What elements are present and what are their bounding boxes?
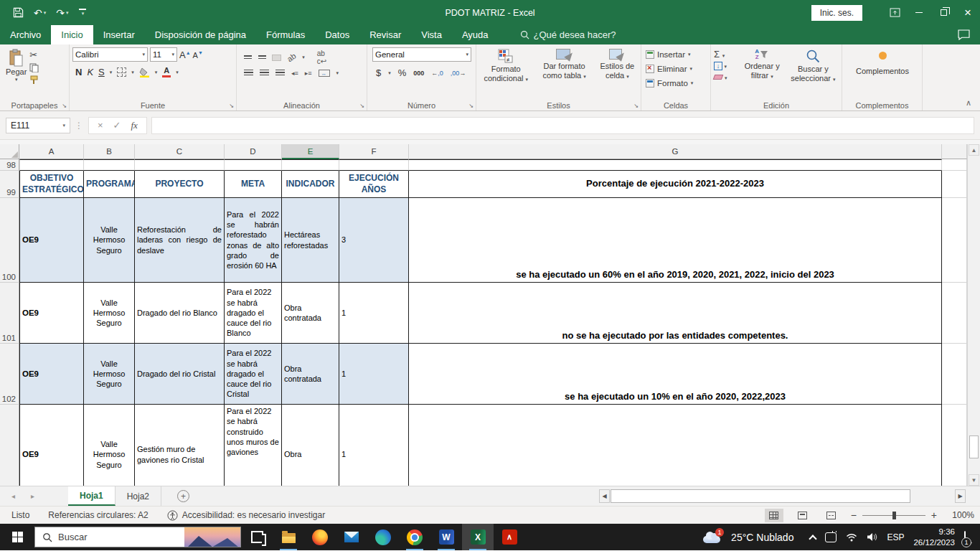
column-header-overflow[interactable]	[942, 144, 967, 159]
row-header-101[interactable]: 101	[0, 283, 19, 344]
sign-in-button[interactable]: Inic. ses.	[811, 5, 862, 21]
column-header-A[interactable]: A	[19, 144, 84, 159]
tab-disposicion[interactable]: Disposición de página	[145, 25, 256, 44]
cell-E100[interactable]: Hectáreas reforestadas	[282, 198, 339, 283]
minimize-button[interactable]	[907, 0, 931, 25]
clear-icon[interactable]: ▾	[714, 72, 738, 81]
collapse-ribbon-icon[interactable]: ∧	[966, 98, 971, 108]
font-name-select[interactable]: Calibri▾	[72, 47, 148, 62]
chrome-button[interactable]	[399, 524, 430, 550]
scroll-down-icon[interactable]: ▼	[969, 474, 979, 486]
row-header-99[interactable]: 99	[0, 171, 19, 198]
decrease-decimal-icon[interactable]: ,00→	[451, 70, 466, 77]
row-header-98[interactable]: 98	[0, 159, 19, 171]
edge-button[interactable]	[367, 524, 399, 550]
save-icon[interactable]	[13, 7, 24, 18]
comments-icon[interactable]	[958, 25, 970, 44]
merge-caret[interactable]: ▾	[336, 70, 339, 76]
zoom-percentage[interactable]: 100%	[947, 510, 974, 520]
cell-C102[interactable]: Dragado del rio Cristal	[135, 344, 225, 405]
tab-formulas[interactable]: Fórmulas	[256, 25, 315, 44]
align-middle-icon[interactable]	[258, 55, 266, 60]
cell-C98[interactable]	[135, 159, 225, 171]
vertical-scroll-thumb[interactable]	[969, 435, 979, 458]
alignment-dialog-launcher[interactable]: ↘	[359, 103, 364, 109]
fill-color-icon[interactable]	[139, 67, 150, 77]
cell-overflow-103[interactable]	[942, 405, 967, 486]
normal-view-button[interactable]	[765, 509, 783, 522]
cell-A100[interactable]: OE9	[19, 198, 84, 283]
cell-D98[interactable]	[225, 159, 282, 171]
autosum-icon[interactable]: Σ ▾	[714, 49, 738, 60]
horizontal-scrollbar[interactable]: ◀ ▶	[599, 489, 966, 503]
align-center-icon[interactable]	[260, 70, 269, 77]
merge-center-icon[interactable]: ↔	[319, 70, 330, 77]
new-sheet-button[interactable]: +	[177, 490, 189, 502]
underline-button[interactable]: S	[98, 67, 105, 77]
excel-button[interactable]: X	[462, 524, 494, 550]
currency-icon[interactable]: $	[376, 67, 381, 78]
cell-A99[interactable]: OBJETIVO ESTRATÉGICO	[19, 171, 84, 198]
notification-center-button[interactable]: 1	[964, 532, 966, 542]
borders-caret[interactable]: ▾	[131, 70, 134, 75]
column-header-D[interactable]: D	[225, 144, 282, 159]
restore-button[interactable]	[931, 0, 956, 25]
format-painter-icon[interactable]	[29, 75, 39, 85]
column-header-C[interactable]: C	[135, 144, 225, 159]
cell-D102[interactable]: Para el 2022 se habrá dragado el cauce d…	[225, 344, 282, 405]
align-top-icon[interactable]	[244, 55, 252, 60]
cell-F102[interactable]: 1	[339, 344, 409, 405]
thousands-icon[interactable]: 000	[413, 70, 424, 77]
tab-archivo[interactable]: Archivo	[0, 25, 51, 44]
font-dialog-launcher[interactable]: ↘	[229, 103, 234, 109]
wifi-icon[interactable]	[846, 532, 857, 542]
tab-datos[interactable]: Datos	[315, 25, 359, 44]
cell-B100[interactable]: Valle Hermoso Seguro	[84, 198, 135, 283]
cell-E102[interactable]: Obra contratada	[282, 344, 339, 405]
vertical-scrollbar[interactable]: ▲ ▼	[967, 144, 980, 486]
cell-A102[interactable]: OE9	[19, 344, 84, 405]
cut-icon[interactable]: ✂	[29, 50, 39, 60]
horizontal-scroll-thumb[interactable]	[611, 489, 910, 503]
weather-label[interactable]: 25°C Nublado	[731, 532, 793, 543]
italic-button[interactable]: K	[87, 67, 93, 77]
currency-caret[interactable]: ▾	[388, 70, 391, 76]
scroll-left-icon[interactable]: ◀	[599, 489, 610, 503]
font-color-caret[interactable]: ▾	[176, 70, 179, 75]
row-header-100[interactable]: 100	[0, 198, 19, 283]
row-header-102[interactable]: 102	[0, 344, 19, 405]
customize-qat-button[interactable]: ▾	[79, 9, 86, 17]
cell-E99[interactable]: INDICADOR	[282, 171, 339, 198]
cell-F99[interactable]: EJECUCIÓN AÑOS	[339, 171, 409, 198]
file-explorer-button[interactable]	[273, 524, 304, 550]
cell-B98[interactable]	[84, 159, 135, 171]
format-as-table-button[interactable]: Dar formato como tabla ▾	[536, 47, 593, 99]
insert-function-icon[interactable]: fx	[131, 120, 138, 131]
cell-B103[interactable]: Valle Hermoso Seguro	[84, 405, 135, 486]
cell-D100[interactable]: Para el 2022 se habrán reforestado zonas…	[225, 198, 282, 283]
cell-C99[interactable]: PROYECTO	[135, 171, 225, 198]
fill-color-caret[interactable]: ▾	[155, 70, 158, 75]
decrease-font-icon[interactable]: A▼	[193, 50, 203, 60]
tab-inicio[interactable]: Inicio	[51, 25, 93, 44]
word-button[interactable]: W	[430, 524, 462, 550]
row-header-103[interactable]: 103	[0, 405, 19, 486]
scroll-right-icon[interactable]: ▶	[955, 489, 966, 503]
task-view-button[interactable]	[241, 524, 273, 550]
circular-references[interactable]: Referencias circulares: A2	[48, 510, 148, 520]
percent-icon[interactable]: %	[398, 67, 407, 78]
cell-G102[interactable]: se ha ejecutado un 10% en el año 2020, 2…	[409, 344, 942, 405]
tab-vista[interactable]: Vista	[411, 25, 452, 44]
close-button[interactable]: ×	[956, 0, 980, 25]
wrap-text-icon[interactable]: abc↩	[317, 50, 326, 65]
cell-overflow-101[interactable]	[942, 283, 967, 344]
column-header-F[interactable]: F	[339, 144, 409, 159]
cell-D99[interactable]: META	[225, 171, 282, 198]
addins-button[interactable]: Complementos	[845, 50, 920, 77]
page-layout-view-button[interactable]	[793, 509, 812, 522]
tray-expand-icon[interactable]	[809, 534, 817, 542]
next-sheet-icon[interactable]: ▸	[31, 492, 34, 500]
select-all-corner[interactable]	[0, 144, 19, 159]
tell-me-search[interactable]: ¿Qué desea hacer?	[520, 25, 616, 44]
tab-revisar[interactable]: Revisar	[359, 25, 411, 44]
